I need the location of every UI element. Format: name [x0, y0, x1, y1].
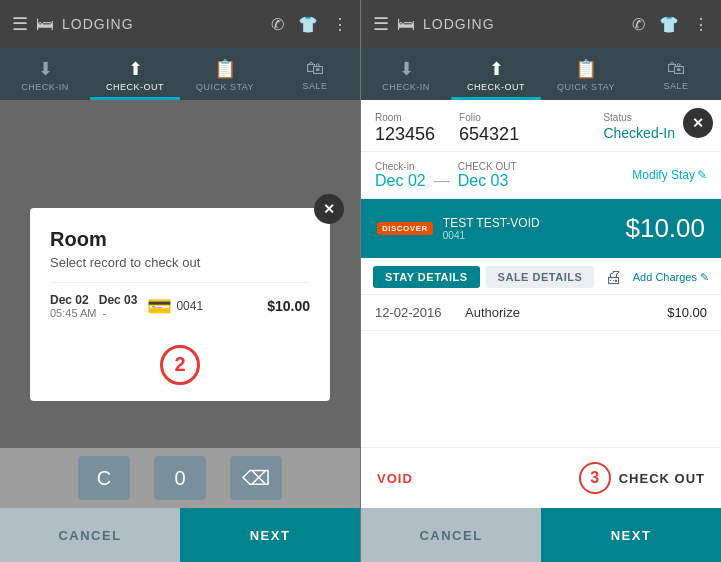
credit-card-icon: 💳	[147, 294, 172, 318]
right-quick-stay-icon: 📋	[575, 58, 597, 80]
left-panel: ☰ 🛏 LODGING ✆ 👕 ⋮ ⬇ CHECK-IN ⬆ CHECK-OUT…	[0, 0, 360, 562]
transaction-date: 12-02-2016	[375, 305, 465, 320]
app-title: LODGING	[62, 16, 263, 32]
tab-check-in[interactable]: ⬇ CHECK-IN	[0, 48, 90, 100]
quick-stay-icon: 📋	[214, 58, 236, 80]
right-sale-label: SALE	[663, 81, 688, 91]
right-sale-icon: 🛍	[667, 58, 685, 79]
right-cancel-button[interactable]: CANCEL	[361, 508, 541, 562]
right-tab-bar: ⬇ CHECK-IN ⬆ CHECK-OUT 📋 QUICK STAY 🛍 SA…	[361, 48, 721, 100]
right-tab-sale[interactable]: 🛍 SALE	[631, 48, 721, 100]
right-check-out-label: CHECK-OUT	[467, 82, 525, 92]
transaction-amount: $10.00	[667, 305, 707, 320]
key-delete[interactable]: ⌫	[230, 456, 282, 500]
room-select-modal: ✕ Room Select record to check out Dec 02…	[30, 208, 330, 401]
payment-info: TEST TEST-VOID 0041	[443, 216, 540, 241]
stay-details-tab[interactable]: STAY DETAILS	[373, 266, 480, 288]
check-in-label: CHECK-IN	[21, 82, 69, 92]
transactions-area: 12-02-2016 Authorize $10.00	[361, 295, 721, 447]
payment-name: TEST TEST-VOID	[443, 216, 540, 230]
record-amount: $10.00	[267, 298, 310, 314]
right-quick-stay-label: QUICK STAY	[557, 82, 615, 92]
print-icon[interactable]: 🖨	[605, 267, 623, 288]
left-tab-bar: ⬇ CHECK-IN ⬆ CHECK-OUT 📋 QUICK STAY 🛍 SA…	[0, 48, 360, 100]
check-out-label: CHECK-OUT	[106, 82, 164, 92]
left-cancel-button[interactable]: CANCEL	[0, 508, 180, 562]
checkout-date-label: CHECK OUT	[458, 161, 517, 172]
right-top-bar: ☰ 🛏 LODGING ✆ 👕 ⋮	[361, 0, 721, 48]
right-tab-check-in[interactable]: ⬇ CHECK-IN	[361, 48, 451, 100]
room-info-section: Room 123456 Folio 654321 Status Checked-…	[361, 100, 721, 152]
checkout-section: 3 CHECK OUT	[579, 462, 705, 494]
key-0[interactable]: 0	[154, 456, 206, 500]
payment-card-number: 0041	[443, 230, 540, 241]
modify-stay-button[interactable]: Modify Stay ✎	[632, 168, 707, 182]
phone-icon[interactable]: ✆	[271, 15, 284, 34]
sale-icon: 🛍	[306, 58, 324, 79]
right-app-title: LODGING	[423, 16, 624, 32]
right-bed-icon: 🛏	[397, 14, 415, 35]
checkout-date-value: Dec 03	[458, 172, 517, 190]
step-3-circle: 3	[579, 462, 611, 494]
key-c[interactable]: C	[78, 456, 130, 500]
shirt-icon[interactable]: 👕	[298, 15, 318, 34]
transaction-desc: Authorize	[465, 305, 667, 320]
status-value: Checked-In	[603, 125, 675, 141]
folio-field: Folio 654321	[459, 112, 519, 145]
record-card: 💳 0041	[147, 294, 257, 318]
right-phone-icon[interactable]: ✆	[632, 15, 645, 34]
checkin-field: Check-in Dec 02	[375, 161, 426, 190]
bed-icon: 🛏	[36, 14, 54, 35]
void-button[interactable]: VOID	[377, 471, 413, 486]
payment-amount: $10.00	[625, 213, 705, 244]
quick-stay-label: QUICK STAY	[196, 82, 254, 92]
room-field: Room 123456	[375, 112, 435, 145]
left-bottom-bar: CANCEL NEXT	[0, 508, 360, 562]
payment-banner: DISCOVER TEST TEST-VOID 0041 $10.00	[361, 199, 721, 258]
sale-details-tab[interactable]: SALE DETAILS	[486, 266, 595, 288]
tab-sale[interactable]: 🛍 SALE	[270, 48, 360, 100]
dates-section: Check-in Dec 02 — CHECK OUT Dec 03 Modif…	[361, 152, 721, 199]
right-check-in-label: CHECK-IN	[382, 82, 430, 92]
right-next-button[interactable]: NEXT	[541, 508, 721, 562]
left-content-area: ✕ Room Select record to check out Dec 02…	[0, 100, 360, 508]
right-tab-quick-stay[interactable]: 📋 QUICK STAY	[541, 48, 631, 100]
check-out-icon: ⬆	[128, 58, 143, 80]
modify-stay-icon: ✎	[697, 168, 707, 182]
transaction-row: 12-02-2016 Authorize $10.00	[361, 295, 721, 331]
keypad-row: C 0 ⌫	[0, 448, 360, 508]
menu-icon[interactable]: ☰	[12, 13, 28, 35]
right-tab-check-out[interactable]: ⬆ CHECK-OUT	[451, 48, 541, 100]
checkin-label: Check-in	[375, 161, 426, 172]
step-2-circle: 2	[160, 345, 200, 385]
room-value: 123456	[375, 124, 435, 144]
record-dates: Dec 02 Dec 03 05:45 AM -	[50, 293, 137, 319]
right-close-button[interactable]: ✕	[683, 108, 713, 138]
modal-close-button[interactable]: ✕	[314, 194, 344, 224]
right-check-out-icon: ⬆	[489, 58, 504, 80]
add-charges-button[interactable]: Add Charges ✎	[633, 271, 709, 284]
right-bottom-bar: CANCEL NEXT	[361, 508, 721, 562]
date-dash: —	[434, 172, 450, 190]
record-row[interactable]: Dec 02 Dec 03 05:45 AM - 💳 0041 $1	[50, 282, 310, 329]
left-top-bar: ☰ 🛏 LODGING ✆ 👕 ⋮	[0, 0, 360, 48]
checkout-date-field: CHECK OUT Dec 03	[458, 161, 517, 190]
folio-label: Folio	[459, 112, 519, 123]
right-check-in-icon: ⬇	[399, 58, 414, 80]
modal-title: Room	[50, 228, 310, 251]
more-icon[interactable]: ⋮	[332, 15, 348, 34]
add-charges-icon: ✎	[700, 271, 709, 284]
sale-label: SALE	[302, 81, 327, 91]
tab-check-out[interactable]: ⬆ CHECK-OUT	[90, 48, 180, 100]
status-label: Status	[603, 112, 675, 123]
record-time: 05:45 AM -	[50, 307, 137, 319]
right-menu-icon[interactable]: ☰	[373, 13, 389, 35]
right-shirt-icon[interactable]: 👕	[659, 15, 679, 34]
checkin-value: Dec 02	[375, 172, 426, 190]
record-date-range: Dec 02 Dec 03	[50, 293, 137, 307]
card-number: 0041	[176, 299, 203, 313]
right-more-icon[interactable]: ⋮	[693, 15, 709, 34]
tab-quick-stay[interactable]: 📋 QUICK STAY	[180, 48, 270, 100]
left-next-button[interactable]: NEXT	[180, 508, 360, 562]
check-out-button[interactable]: CHECK OUT	[619, 471, 705, 486]
